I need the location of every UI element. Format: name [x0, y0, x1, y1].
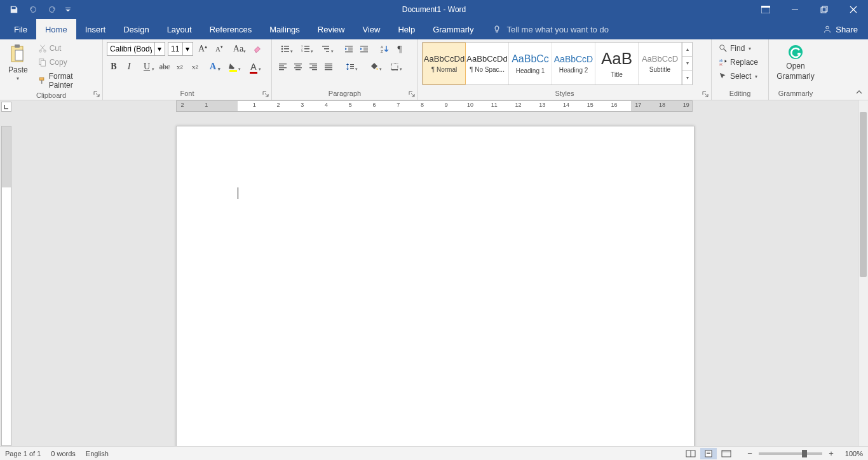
document-page[interactable]	[176, 126, 695, 446]
style-item[interactable]: AaBbCcDHeading 2	[552, 43, 595, 85]
view-buttons	[682, 448, 735, 459]
select-button[interactable]: Select ▾	[715, 70, 761, 83]
ribbon: Paste ▾ Cut Copy Format Painter Clipboar…	[0, 39, 868, 100]
align-right-button[interactable]	[306, 60, 320, 74]
vertical-scrollbar[interactable]	[858, 100, 868, 446]
tab-help[interactable]: Help	[389, 19, 424, 39]
font-size-input[interactable]	[168, 44, 182, 53]
style-item[interactable]: AaBbCcDd¶ No Spac...	[466, 43, 509, 85]
underline-button[interactable]: U	[137, 60, 156, 74]
increase-indent-button[interactable]	[357, 42, 371, 56]
styles-dialog-launcher[interactable]	[702, 91, 710, 98]
cut-button[interactable]: Cut	[35, 42, 98, 55]
style-item[interactable]: AaBbCcDd¶ Normal	[423, 43, 466, 85]
multilevel-list-button[interactable]	[316, 42, 336, 56]
close-button[interactable]	[839, 0, 868, 19]
tab-insert[interactable]: Insert	[76, 19, 115, 39]
share-button[interactable]: Share	[823, 19, 868, 39]
svg-point-20	[281, 51, 283, 53]
web-layout-button[interactable]	[718, 448, 735, 459]
zoom-in-button[interactable]: +	[826, 449, 836, 459]
change-case-button[interactable]: Aa	[229, 42, 248, 56]
copy-button[interactable]: Copy	[35, 56, 98, 69]
line-spacing-button[interactable]	[341, 60, 360, 74]
font-size-combo[interactable]: ▾	[168, 42, 193, 56]
clipboard-dialog-launcher[interactable]	[93, 91, 101, 98]
tell-me-input[interactable]	[506, 25, 634, 34]
numbering-button[interactable]: 123	[296, 42, 315, 56]
tab-view[interactable]: View	[353, 19, 389, 39]
strikethrough-button[interactable]: abc	[158, 60, 172, 74]
borders-button[interactable]	[385, 60, 404, 74]
bullets-button[interactable]	[276, 42, 295, 56]
bold-button[interactable]: B	[107, 60, 121, 74]
open-grammarly-button[interactable]: Open Grammarly	[772, 42, 818, 85]
font-name-combo[interactable]: ▾	[107, 42, 165, 56]
paragraph-dialog-launcher[interactable]	[409, 91, 416, 98]
decrease-indent-button[interactable]	[342, 42, 356, 56]
zoom-slider[interactable]	[759, 452, 822, 455]
paste-button[interactable]: Paste ▾	[4, 42, 32, 85]
minimize-button[interactable]	[780, 0, 810, 19]
show-hide-marks-button[interactable]: ¶	[393, 42, 407, 56]
find-button[interactable]: Find ▾	[715, 42, 761, 55]
zoom-out-button[interactable]: −	[745, 449, 755, 459]
svg-rect-30	[326, 51, 329, 52]
collapse-ribbon-button[interactable]	[854, 87, 864, 97]
tell-me-search[interactable]	[492, 19, 634, 39]
horizontal-ruler[interactable]: 2112345678910111213141516171819	[13, 100, 858, 112]
tab-layout[interactable]: Layout	[158, 19, 201, 39]
web-layout-icon	[721, 450, 731, 457]
tab-file[interactable]: File	[5, 19, 36, 39]
save-button[interactable]	[6, 2, 22, 17]
vertical-ruler[interactable]	[0, 112, 13, 446]
tab-review[interactable]: Review	[309, 19, 354, 39]
align-center-button[interactable]	[291, 60, 305, 74]
maximize-button[interactable]	[810, 0, 839, 19]
tab-design[interactable]: Design	[114, 19, 158, 39]
shading-button[interactable]	[365, 60, 384, 74]
scrollbar-thumb[interactable]	[860, 112, 867, 277]
format-painter-button[interactable]: Format Painter	[35, 70, 98, 91]
align-left-button[interactable]	[276, 60, 290, 74]
status-page[interactable]: Page 1 of 1	[5, 450, 41, 457]
status-word-count[interactable]: 0 words	[51, 450, 76, 457]
tab-mailings[interactable]: Mailings	[261, 19, 309, 39]
ribbon-display-options-button[interactable]	[751, 0, 780, 19]
justify-button[interactable]	[322, 60, 336, 74]
undo-icon	[29, 5, 37, 14]
italic-button[interactable]: I	[122, 60, 136, 74]
read-mode-button[interactable]	[682, 448, 699, 459]
style-item[interactable]: AaBbCcDSubtitle	[639, 43, 682, 85]
chevron-down-icon[interactable]: ▾	[154, 43, 163, 55]
superscript-button[interactable]: x2	[188, 60, 202, 74]
decrease-font-size-button[interactable]: A▾	[212, 42, 226, 56]
style-item[interactable]: AaBTitle	[595, 43, 639, 85]
subscript-button[interactable]: x2	[173, 60, 187, 74]
font-name-input[interactable]	[107, 44, 154, 53]
replace-button[interactable]: abac Replace	[715, 56, 761, 69]
redo-button[interactable]	[44, 2, 60, 17]
gallery-scroll-up-button[interactable]: ▴	[682, 43, 692, 57]
tab-references[interactable]: References	[201, 19, 261, 39]
gallery-scroll-down-button[interactable]: ▾	[682, 57, 692, 71]
tab-home[interactable]: Home	[36, 19, 76, 39]
sort-button[interactable]: AZ	[377, 42, 391, 56]
qat-customize-button[interactable]	[64, 2, 72, 17]
undo-button[interactable]	[25, 2, 41, 17]
highlight-button[interactable]	[224, 60, 243, 74]
increase-font-size-button[interactable]: A▴	[196, 42, 210, 56]
tab-stop-selector[interactable]	[1, 102, 11, 112]
tab-grammarly[interactable]: Grammarly	[424, 19, 482, 39]
font-dialog-launcher[interactable]	[262, 91, 270, 98]
zoom-level[interactable]: 100%	[840, 450, 863, 457]
status-language[interactable]: English	[86, 450, 109, 457]
gallery-expand-button[interactable]: ▾	[682, 71, 692, 85]
font-color-button[interactable]: A	[244, 60, 263, 74]
print-layout-button[interactable]	[700, 448, 717, 459]
chevron-down-icon[interactable]: ▾	[182, 43, 191, 55]
svg-rect-41	[279, 64, 287, 64]
style-item[interactable]: AaBbCcHeading 1	[509, 43, 552, 85]
text-effects-button[interactable]: A	[203, 60, 222, 74]
clear-formatting-button[interactable]	[250, 42, 264, 56]
